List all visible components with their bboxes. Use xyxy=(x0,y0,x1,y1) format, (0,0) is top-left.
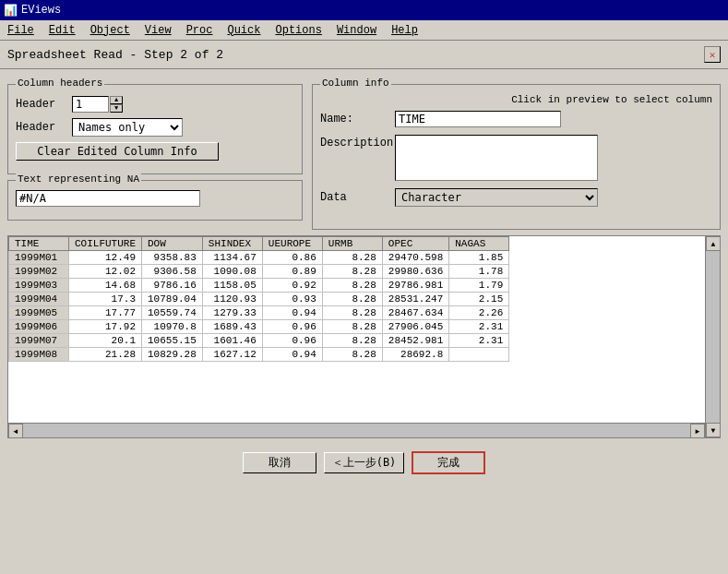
table-cell[interactable]: 10559.74 xyxy=(142,306,203,320)
table-cell[interactable]: 10655.15 xyxy=(142,334,203,348)
na-input[interactable] xyxy=(16,190,200,207)
table-cell[interactable]: 8.28 xyxy=(322,348,382,362)
table-cell[interactable]: 1999M06 xyxy=(9,320,69,334)
back-button[interactable]: ＜上一步(B) xyxy=(324,452,405,473)
horizontal-scrollbar[interactable]: ◄ ► xyxy=(8,423,705,437)
header2-select[interactable]: Names only Names and desc None xyxy=(72,118,183,137)
table-cell[interactable]: 2.26 xyxy=(449,306,509,320)
spin-down[interactable]: ▼ xyxy=(110,104,123,113)
table-cell[interactable]: 8.28 xyxy=(322,293,382,306)
desc-textarea[interactable] xyxy=(395,135,598,181)
table-cell[interactable]: 0.86 xyxy=(262,251,322,265)
scroll-right-arrow[interactable]: ► xyxy=(690,424,705,438)
table-cell[interactable]: 0.89 xyxy=(262,265,322,279)
table-cell[interactable]: 1627.12 xyxy=(202,348,262,362)
table-cell[interactable]: 2.31 xyxy=(449,320,509,334)
table-cell[interactable]: 28531.247 xyxy=(382,293,448,306)
table-cell[interactable]: 1.79 xyxy=(449,279,509,293)
table-cell[interactable]: 29470.598 xyxy=(382,251,448,265)
table-cell[interactable]: 1090.08 xyxy=(202,265,262,279)
table-cell[interactable]: 1158.05 xyxy=(202,279,262,293)
table-cell[interactable]: 10970.8 xyxy=(142,320,203,334)
table-cell[interactable]: 8.28 xyxy=(322,334,382,348)
table-cell[interactable]: 9786.16 xyxy=(142,279,203,293)
scroll-left-arrow[interactable]: ◄ xyxy=(8,424,23,438)
table-cell[interactable]: 8.28 xyxy=(322,320,382,334)
menu-object[interactable]: Object xyxy=(87,22,134,39)
menu-options[interactable]: Options xyxy=(271,22,325,39)
table-cell[interactable]: 21.28 xyxy=(69,348,142,362)
menu-quick[interactable]: Quick xyxy=(223,22,264,39)
spin-up[interactable]: ▲ xyxy=(110,96,123,104)
col-urmb[interactable]: URMB xyxy=(322,237,382,251)
table-cell[interactable]: 1.85 xyxy=(449,251,509,265)
table-cell[interactable]: 12.49 xyxy=(69,251,142,265)
table-cell[interactable]: 2.15 xyxy=(449,293,509,306)
scroll-track-v[interactable] xyxy=(706,251,720,423)
clear-edited-column-button[interactable]: Clear Edited Column Info xyxy=(16,142,219,161)
col-shindex[interactable]: SHINDEX xyxy=(202,237,262,251)
table-cell[interactable]: 1999M01 xyxy=(9,251,69,265)
table-cell[interactable]: 27906.045 xyxy=(382,320,448,334)
scroll-up-arrow[interactable]: ▲ xyxy=(706,236,721,251)
table-cell[interactable]: 1999M05 xyxy=(9,306,69,320)
table-cell[interactable]: 14.68 xyxy=(69,279,142,293)
menu-file[interactable]: File xyxy=(4,22,38,39)
table-cell[interactable]: 0.94 xyxy=(262,306,322,320)
table-cell[interactable]: 10829.28 xyxy=(142,348,203,362)
data-select[interactable]: Character Numeric Date xyxy=(395,188,598,207)
name-input[interactable] xyxy=(395,111,561,127)
table-cell[interactable]: 1999M02 xyxy=(9,265,69,279)
table-cell[interactable]: 17.77 xyxy=(69,306,142,320)
table-cell[interactable]: 1999M07 xyxy=(9,334,69,348)
table-cell[interactable]: 29786.981 xyxy=(382,279,448,293)
close-button[interactable]: ✕ xyxy=(704,46,721,63)
table-cell[interactable]: 28452.981 xyxy=(382,334,448,348)
scroll-down-arrow[interactable]: ▼ xyxy=(706,423,721,437)
table-cell[interactable]: 8.28 xyxy=(322,279,382,293)
table-cell[interactable]: 8.28 xyxy=(322,251,382,265)
vertical-scrollbar[interactable]: ▲ ▼ xyxy=(705,236,720,437)
table-cell[interactable]: 0.94 xyxy=(262,348,322,362)
table-cell[interactable]: 0.93 xyxy=(262,293,322,306)
col-nagas[interactable]: NAGAS xyxy=(449,237,509,251)
table-cell[interactable]: 2.31 xyxy=(449,334,509,348)
table-cell[interactable]: 1134.67 xyxy=(202,251,262,265)
col-opec[interactable]: OPEC xyxy=(382,237,448,251)
table-cell[interactable]: 0.96 xyxy=(262,320,322,334)
table-cell[interactable]: 1999M08 xyxy=(9,348,69,362)
menu-view[interactable]: View xyxy=(141,22,175,39)
table-cell[interactable]: 28692.8 xyxy=(382,348,448,362)
table-cell[interactable]: 0.92 xyxy=(262,279,322,293)
header1-input[interactable] xyxy=(72,96,109,113)
table-cell[interactable]: 9358.83 xyxy=(142,251,203,265)
table-cell[interactable]: 1601.46 xyxy=(202,334,262,348)
table-cell[interactable]: 10789.04 xyxy=(142,293,203,306)
table-cell[interactable]: 12.02 xyxy=(69,265,142,279)
col-coilfuture[interactable]: COILFUTURE xyxy=(69,237,142,251)
table-cell[interactable]: 1999M03 xyxy=(9,279,69,293)
finish-button[interactable]: 完成 xyxy=(412,451,485,474)
table-cell[interactable]: 1120.93 xyxy=(202,293,262,306)
table-cell[interactable]: 20.1 xyxy=(69,334,142,348)
table-cell[interactable]: 1999M04 xyxy=(9,293,69,306)
table-cell[interactable]: 1279.33 xyxy=(202,306,262,320)
table-cell[interactable]: 8.28 xyxy=(322,306,382,320)
table-cell[interactable]: 29980.636 xyxy=(382,265,448,279)
menu-proc[interactable]: Proc xyxy=(183,22,217,39)
table-cell[interactable]: 9306.58 xyxy=(142,265,203,279)
cancel-button[interactable]: 取消 xyxy=(243,452,316,473)
col-time[interactable]: TIME xyxy=(9,237,69,251)
table-cell[interactable]: 17.92 xyxy=(69,320,142,334)
table-cell[interactable]: 17.3 xyxy=(69,293,142,306)
table-cell[interactable] xyxy=(449,348,509,362)
table-cell[interactable]: 8.28 xyxy=(322,265,382,279)
col-ueurope[interactable]: UEUROPE xyxy=(262,237,322,251)
scroll-track-h[interactable] xyxy=(23,424,690,437)
table-cell[interactable]: 1689.43 xyxy=(202,320,262,334)
menu-window[interactable]: Window xyxy=(333,22,380,39)
table-cell[interactable]: 0.96 xyxy=(262,334,322,348)
menu-help[interactable]: Help xyxy=(388,22,422,39)
table-cell[interactable]: 28467.634 xyxy=(382,306,448,320)
table-cell[interactable]: 1.78 xyxy=(449,265,509,279)
